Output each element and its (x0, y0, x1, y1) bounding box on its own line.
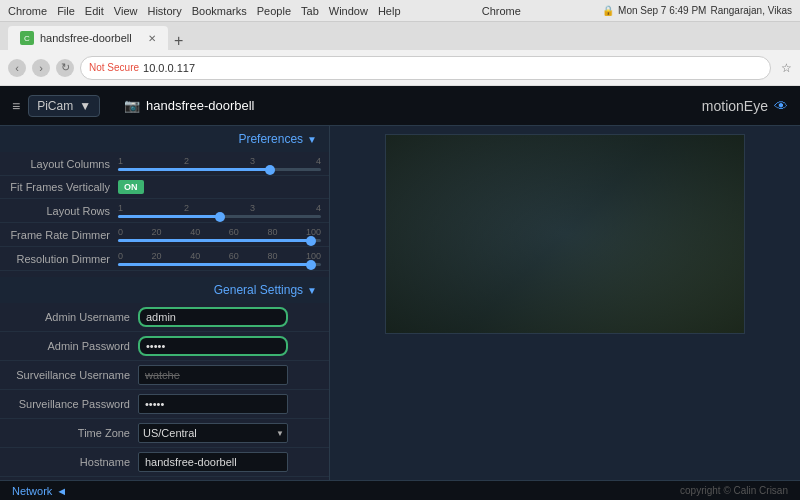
resolution-marks: 020406080100 (118, 251, 321, 261)
admin-username-value (138, 307, 321, 327)
admin-password-label: Admin Password (8, 340, 138, 352)
resolution-row: Resolution Dimmer 020406080100 (0, 247, 329, 271)
title-bar: Chrome File Edit View History Bookmarks … (0, 0, 800, 22)
admin-username-row: Admin Username (0, 303, 329, 332)
tab-close-button[interactable]: ✕ (148, 33, 156, 44)
system-icons: 🔒 Mon Sep 7 6:49 PM Rangarajan, Vikas (602, 5, 792, 16)
window-menu[interactable]: Window (329, 5, 368, 17)
network-nav[interactable]: Network ◄ (12, 485, 67, 497)
camera-feed (385, 134, 745, 334)
surveillance-password-label: Surveillance Password (8, 398, 138, 410)
general-settings-header[interactable]: General Settings ▼ (0, 277, 329, 303)
file-menu[interactable]: File (57, 5, 75, 17)
admin-username-input[interactable] (138, 307, 288, 327)
tab-label: handsfree-doorbell (40, 32, 132, 44)
window-title: Chrome (401, 5, 603, 17)
preferences-header[interactable]: Preferences ▼ (0, 126, 329, 152)
surveillance-username-row: Surveillance Username (0, 361, 329, 390)
hostname-row: Hostname (0, 448, 329, 477)
surveillance-password-value (138, 394, 321, 414)
help-menu[interactable]: Help (378, 5, 401, 17)
frame-rate-control: 020406080100 (118, 227, 321, 242)
content-area: Preferences ▼ Layout Columns 1234 (0, 126, 800, 480)
edit-menu[interactable]: Edit (85, 5, 104, 17)
network-arrow: ◄ (56, 485, 67, 497)
url-display: 10.0.0.117 (143, 62, 195, 74)
app-header: ≡ PiCam ▼ 📷 handsfree-doorbell motionEye… (0, 86, 800, 126)
people-menu[interactable]: People (257, 5, 291, 17)
bookmarks-menu[interactable]: Bookmarks (192, 5, 247, 17)
hamburger-icon[interactable]: ≡ (12, 98, 20, 114)
hostname-value (138, 452, 321, 472)
mac-menu: Chrome File Edit View History Bookmarks … (8, 5, 401, 17)
security-warning: Not Secure (89, 62, 139, 73)
forward-button[interactable]: › (32, 59, 50, 77)
brand-title: motionEye 👁 (702, 98, 788, 114)
fit-frames-toggle[interactable]: ON (118, 180, 144, 194)
slider-marks: 1234 (118, 156, 321, 166)
preferences-arrow: ▼ (307, 134, 317, 145)
view-menu[interactable]: View (114, 5, 138, 17)
resolution-label: Resolution Dimmer (8, 253, 118, 265)
tab-bar: C handsfree-doorbell ✕ + (0, 22, 800, 50)
chrome-toolbar: ‹ › ↻ Not Secure 10.0.0.117 ☆ (0, 50, 800, 86)
address-bar[interactable]: Not Secure 10.0.0.117 (80, 56, 771, 80)
preferences-title: Preferences (238, 132, 303, 146)
timezone-label: Time Zone (8, 427, 138, 439)
admin-password-row: Admin Password (0, 332, 329, 361)
frame-rate-slider[interactable] (118, 239, 321, 242)
app-container: ≡ PiCam ▼ 📷 handsfree-doorbell motionEye… (0, 86, 800, 500)
layout-columns-label: Layout Columns (8, 158, 118, 170)
timezone-select-wrapper: US/Central (138, 423, 288, 443)
reload-button[interactable]: ↻ (56, 59, 74, 77)
hostname-label: Hostname (8, 456, 138, 468)
chrome-menu[interactable]: Chrome (8, 5, 47, 17)
admin-password-input[interactable] (138, 336, 288, 356)
timezone-row: Time Zone US/Central (0, 419, 329, 448)
layout-rows-label: Layout Rows (8, 205, 118, 217)
cam-selector-label: PiCam (37, 99, 73, 113)
frame-rate-marks: 020406080100 (118, 227, 321, 237)
surveillance-password-row: Surveillance Password (0, 390, 329, 419)
eye-icon: 👁 (774, 98, 788, 114)
layout-columns-control: 1234 (118, 156, 321, 171)
admin-password-value (138, 336, 321, 356)
general-settings-title: General Settings (214, 283, 303, 297)
timezone-select[interactable]: US/Central (138, 423, 288, 443)
general-settings-arrow: ▼ (307, 285, 317, 296)
bookmark-icon[interactable]: ☆ (781, 61, 792, 75)
layout-rows-control: 1234 (118, 203, 321, 218)
resolution-slider[interactable] (118, 263, 321, 266)
cam-name: 📷 handsfree-doorbell (124, 98, 254, 113)
copyright: copyright © Calin Crisan (680, 485, 788, 496)
cam-selector-arrow: ▼ (79, 99, 91, 113)
layout-rows-slider[interactable] (118, 215, 321, 218)
fit-frames-row: Fit Frames Vertically ON (0, 176, 329, 199)
resolution-control: 020406080100 (118, 251, 321, 266)
frame-rate-row: Frame Rate Dimmer 020406080100 (0, 223, 329, 247)
tab-favicon: C (20, 31, 34, 45)
admin-username-label: Admin Username (8, 311, 138, 323)
new-tab-button[interactable]: + (168, 32, 189, 50)
footer: Network ◄ copyright © Calin Crisan (0, 480, 800, 500)
tab-menu[interactable]: Tab (301, 5, 319, 17)
logo-section: ≡ PiCam ▼ 📷 handsfree-doorbell (12, 95, 254, 117)
left-panel: Preferences ▼ Layout Columns 1234 (0, 126, 330, 480)
surveillance-username-label: Surveillance Username (8, 369, 138, 381)
fit-frames-control: ON (118, 180, 321, 194)
hostname-input[interactable] (138, 452, 288, 472)
surveillance-username-value (138, 365, 321, 385)
frame-rate-label: Frame Rate Dimmer (8, 229, 118, 241)
cam-selector[interactable]: PiCam ▼ (28, 95, 100, 117)
back-button[interactable]: ‹ (8, 59, 26, 77)
surveillance-username-input[interactable] (138, 365, 288, 385)
network-label: Network (12, 485, 52, 497)
layout-columns-row: Layout Columns 1234 (0, 152, 329, 176)
history-menu[interactable]: History (147, 5, 181, 17)
surveillance-password-input[interactable] (138, 394, 288, 414)
camera-icon: 📷 (124, 98, 140, 113)
active-tab[interactable]: C handsfree-doorbell ✕ (8, 26, 168, 50)
fit-frames-label: Fit Frames Vertically (8, 181, 118, 193)
layout-columns-slider[interactable] (118, 168, 321, 171)
layout-rows-row: Layout Rows 1234 (0, 199, 329, 223)
